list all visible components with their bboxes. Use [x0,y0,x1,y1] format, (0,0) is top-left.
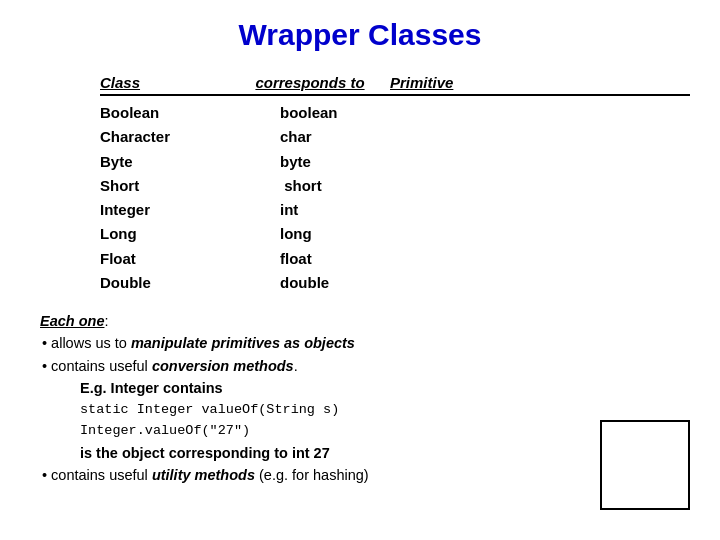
table-row: float [280,247,410,270]
table-row: Short [100,174,230,197]
indent2: static Integer valueOf(String s) [80,400,690,421]
primitive-column: boolean char byte short int long float d… [280,101,410,294]
table-row: Character [100,125,230,148]
indent-block: E.g. Integer contains static Integer val… [80,377,690,464]
indent1: E.g. Integer contains [80,377,690,399]
colon: : [104,313,108,329]
table-row: char [280,125,410,148]
table-row: Float [100,247,230,270]
each-one-label: Each one [40,313,104,329]
col-header-class: Class [100,74,230,91]
table-row: Integer [100,198,230,221]
table-row: double [280,271,410,294]
bullet2-suffix: . [294,358,298,374]
indent3: Integer.valueOf("27") [80,421,690,442]
bullet3-italic: utility methods [152,467,255,483]
table-row: byte [280,150,410,173]
each-one-line: Each one: [40,310,690,332]
bullet3-prefix: • contains useful [42,467,152,483]
table-row: short [280,174,410,197]
page: Wrapper Classes Class corresponds to Pri… [0,0,720,540]
table-row: Long [100,222,230,245]
col-header-primitive: Primitive [390,74,520,91]
table-row: Boolean [100,101,230,124]
table-header-row: Class corresponds to Primitive [100,74,690,96]
table-row: boolean [280,101,410,124]
bullet1-line: • allows us to manipulate primitives as … [42,332,690,354]
table-row: long [280,222,410,245]
bullet1-italic: manipulate primitives as objects [131,335,355,351]
col-header-corresponds: corresponds to [230,74,390,91]
class-column: Boolean Character Byte Short Integer Lon… [100,101,230,294]
indent4: is the object corresponding to int 27 [80,442,690,464]
table-data-rows: Boolean Character Byte Short Integer Lon… [100,101,690,294]
bullet3-line: • contains useful utility methods (e.g. … [42,464,690,486]
wrapper-table: Class corresponds to Primitive Boolean C… [100,74,690,294]
page-title: Wrapper Classes [30,18,690,52]
bottom-section: Each one: • allows us to manipulate prim… [40,310,690,487]
bullet1-prefix: • allows us to [42,335,131,351]
table-row: Double [100,271,230,294]
bullet3-suffix: (e.g. for hashing) [255,467,369,483]
bullet2-prefix: • contains useful [42,358,152,374]
table-row: int [280,198,410,221]
decorative-box [600,420,690,510]
bullet2-italic: conversion methods [152,358,294,374]
table-row: Byte [100,150,230,173]
bullet2-line: • contains useful conversion methods. [42,355,690,377]
